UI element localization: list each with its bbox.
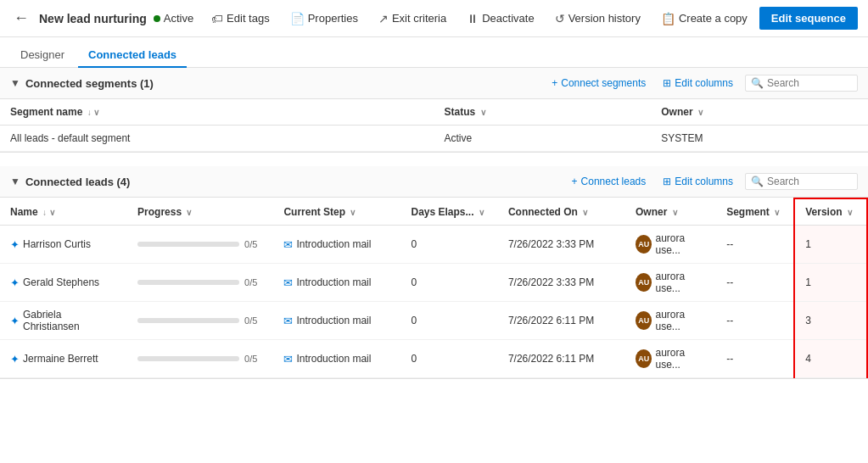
lead-connected-on-cell: 7/26/2022 3:33 PM [498, 226, 625, 264]
lead-connected-on-cell: 7/26/2022 6:11 PM [498, 340, 625, 378]
segments-chevron[interactable]: ▼ [10, 77, 20, 89]
tab-designer[interactable]: Designer [10, 43, 75, 68]
edit-columns-leads-label: Edit columns [675, 176, 733, 187]
col-lead-name[interactable]: Name ↓ ∨ [0, 198, 127, 226]
lead-name: Harrison Curtis [23, 238, 91, 250]
progress-bar [137, 318, 239, 323]
edit-columns-segments-button[interactable]: ⊞ Edit columns [658, 75, 738, 92]
exit-criteria-button[interactable]: ↗ Exit criteria [370, 8, 455, 30]
edit-tags-button[interactable]: 🏷 Edit tags [203, 8, 278, 30]
leads-title: Connected leads (4) [25, 176, 567, 188]
page-title: New lead nurturing [39, 12, 147, 25]
progress-label: 0/5 [244, 354, 257, 364]
col-segment[interactable]: Segment ∨ [716, 198, 794, 226]
sort-icon-connected-on: ∨ [582, 208, 588, 217]
connect-segments-button[interactable]: + Connect segments [546, 75, 651, 92]
connect-segments-label: Connect segments [561, 77, 646, 89]
progress-label: 0/5 [244, 315, 257, 326]
lead-step-cell: ✉ Introduction mail [273, 226, 400, 264]
mail-icon: ✉ [283, 276, 293, 289]
col-owner[interactable]: Owner ∨ [651, 99, 868, 126]
main-content: ▼ Connected segments (1) + Connect segme… [0, 68, 868, 463]
sort-icon-step: ∨ [350, 208, 356, 217]
sort-icon-lead-owner: ∨ [672, 208, 678, 217]
edit-sequence-button[interactable]: Edit sequence [759, 7, 858, 30]
col-connected-on[interactable]: Connected On ∨ [498, 198, 625, 226]
segments-row-0: All leads - default segment Active SYSTE… [0, 126, 868, 152]
lead-segment-cell: -- [716, 340, 794, 378]
sort-icon-progress: ∨ [186, 208, 192, 217]
connect-leads-button[interactable]: + Connect leads [567, 173, 652, 190]
edit-tags-label: Edit tags [227, 12, 270, 25]
lead-days-cell: 0 [401, 340, 498, 378]
properties-icon: 📄 [290, 12, 305, 25]
top-bar-actions: 🏷 Edit tags 📄 Properties ↗ Exit criteria… [203, 7, 858, 30]
lead-name-cell: ✦ Jermaine Berrett [0, 340, 127, 378]
col-status[interactable]: Status ∨ [434, 99, 652, 126]
col-progress[interactable]: Progress ∨ [127, 198, 273, 226]
sort-icon-segment-name: ↓ ∨ [87, 108, 100, 117]
properties-button[interactable]: 📄 Properties [282, 8, 367, 30]
seg-owner-cell: SYSTEM [651, 126, 868, 152]
top-bar: ← New lead nurturing Active 🏷 Edit tags … [0, 0, 868, 37]
leads-row-2: ✦ Gabriela Christiansen 0/5 ✉ Introducti… [0, 302, 867, 340]
lead-connected-on-cell: 7/26/2022 6:11 PM [498, 302, 625, 340]
owner-name: aurora use... [655, 347, 706, 371]
lead-step-cell: ✉ Introduction mail [273, 340, 400, 378]
leads-search-input[interactable] [767, 176, 852, 187]
lead-step-cell: ✉ Introduction mail [273, 302, 400, 340]
lead-name-cell: ✦ Gabriela Christiansen [0, 302, 127, 340]
col-segment-name[interactable]: Segment name ↓ ∨ [0, 99, 434, 126]
connected-segments-header: ▼ Connected segments (1) + Connect segme… [0, 68, 868, 99]
lead-link-icon[interactable]: ✦ [10, 353, 20, 365]
progress-label: 0/5 [244, 277, 257, 287]
lead-segment-cell: -- [716, 264, 794, 302]
lead-link-icon[interactable]: ✦ [10, 238, 20, 251]
leads-chevron[interactable]: ▼ [10, 176, 20, 187]
segments-search-box: 🔍 [745, 75, 858, 92]
lead-progress-cell: 0/5 [127, 340, 273, 378]
segments-search-input[interactable] [767, 77, 852, 89]
segments-title: Connected segments (1) [25, 77, 546, 90]
back-button[interactable]: ← [10, 6, 32, 31]
leads-table: Name ↓ ∨ Progress ∨ Current Step ∨ Days … [0, 198, 868, 378]
lead-link-icon[interactable]: ✦ [10, 315, 20, 327]
col-current-step[interactable]: Current Step ∨ [273, 198, 400, 226]
col-version[interactable]: Version ∨ [794, 198, 867, 226]
seg-status-cell: Active [434, 126, 652, 152]
exit-criteria-icon: ↗ [378, 12, 389, 25]
owner-name: aurora use... [655, 271, 706, 294]
deactivate-label: Deactivate [482, 12, 534, 25]
step-label: Introduction mail [296, 276, 371, 288]
status-badge: Active [154, 12, 193, 25]
lead-version-cell: 3 [794, 302, 867, 340]
owner-name: aurora use... [655, 309, 706, 332]
col-days-elapsed[interactable]: Days Elaps... ∨ [401, 198, 498, 226]
lead-step-cell: ✉ Introduction mail [273, 264, 400, 302]
seg-name-cell: All leads - default segment [0, 126, 434, 152]
lead-name: Gerald Stephens [23, 276, 99, 288]
edit-columns-leads-button[interactable]: ⊞ Edit columns [658, 173, 738, 190]
col-lead-owner[interactable]: Owner ∨ [625, 198, 716, 226]
sort-icon-version: ∨ [847, 208, 853, 217]
mail-icon: ✉ [283, 238, 293, 251]
tab-connected-leads[interactable]: Connected leads [78, 43, 187, 68]
progress-label: 0/5 [244, 239, 257, 249]
copy-icon: 📋 [661, 12, 675, 25]
lead-progress-cell: 0/5 [127, 226, 273, 264]
connected-segments-section: ▼ Connected segments (1) + Connect segme… [0, 68, 868, 153]
lead-name-cell: ✦ Harrison Curtis [0, 226, 127, 264]
lead-link-icon[interactable]: ✦ [10, 276, 20, 289]
connected-leads-header: ▼ Connected leads (4) + Connect leads ⊞ … [0, 166, 868, 198]
version-history-label: Version history [568, 12, 641, 25]
tags-icon: 🏷 [211, 12, 223, 25]
create-copy-button[interactable]: 📋 Create a copy [652, 8, 756, 30]
connected-leads-section: ▼ Connected leads (4) + Connect leads ⊞ … [0, 166, 868, 379]
leads-table-header-row: Name ↓ ∨ Progress ∨ Current Step ∨ Days … [0, 198, 867, 226]
leads-search-box: 🔍 [745, 173, 858, 190]
avatar: AU [636, 349, 652, 368]
columns-icon-leads: ⊞ [663, 176, 671, 187]
deactivate-button[interactable]: ⏸ Deactivate [458, 8, 542, 30]
sort-icon-name: ↓ ∨ [42, 208, 55, 217]
version-history-button[interactable]: ↺ Version history [546, 8, 649, 30]
